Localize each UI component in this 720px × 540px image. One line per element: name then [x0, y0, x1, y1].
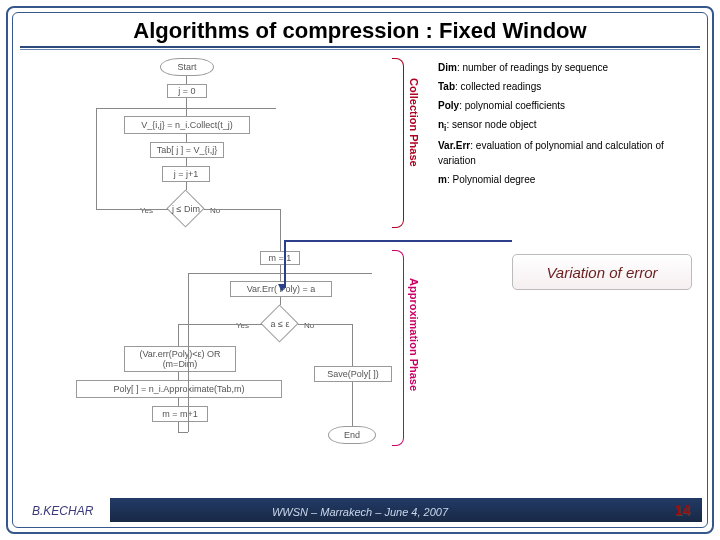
conference-label: WWSN – Marrakech – June 4, 2007	[0, 506, 720, 518]
no-label: No	[304, 321, 314, 330]
arrow	[186, 158, 187, 166]
start-node: Start	[160, 58, 214, 76]
legend-tab: Tab: collected readings	[438, 79, 698, 94]
legend-m: m: Polynomial degree	[438, 172, 698, 187]
legend-ni: ni: sensor node object	[438, 117, 698, 134]
legend-varerr: Var.Err: evaluation of polynomial and ca…	[438, 138, 698, 168]
arrow	[186, 182, 187, 190]
legend-poly: Poly: polynomial coefficients	[438, 98, 698, 113]
j-test-node: j ≤ Dim	[167, 190, 205, 228]
no-label: No	[210, 206, 220, 215]
legend-dim: Dim: number of readings by sequence	[438, 60, 698, 75]
yes-label: Yes	[140, 206, 153, 215]
arrow	[186, 134, 187, 142]
arrow	[178, 372, 179, 380]
arrow	[280, 265, 281, 273]
j-init-node: j = 0	[167, 84, 207, 98]
m-init-node: m = 1	[260, 251, 300, 265]
collection-brace	[392, 58, 404, 228]
approx-phase-label: Approximation Phase	[408, 278, 420, 391]
collect-node: V_{i,j} = n_i.Collect(t_j)	[124, 116, 250, 134]
yes-label: Yes	[236, 321, 249, 330]
page-number: 14	[674, 502, 690, 518]
arrow	[178, 324, 262, 325]
arrow	[280, 209, 281, 251]
arrow	[178, 324, 179, 346]
j-inc-node: j = j+1	[162, 166, 210, 182]
legend: Dim: number of readings by sequence Tab:…	[438, 58, 698, 191]
callout-arrow	[284, 240, 286, 288]
arrow	[352, 324, 353, 366]
arrow	[352, 382, 353, 426]
arrow	[188, 273, 189, 432]
arrow	[186, 108, 187, 116]
slide-title: Algorithms of compression : Fixed Window	[0, 18, 720, 44]
flowchart: Start j = 0 V_{i,j} = n_i.Collect(t_j) T…	[32, 58, 392, 500]
a-test-node: a ≤ ε	[261, 305, 299, 343]
arrow	[204, 209, 280, 210]
arrow	[96, 209, 168, 210]
tab-assign-node: Tab[ j ] = V_{i,j}	[150, 142, 224, 158]
arrow	[186, 98, 187, 108]
break-cond-node: (Var.err(Poly)<ε) OR (m=Dim)	[124, 346, 236, 372]
save-node: Save(Poly[ ])	[314, 366, 392, 382]
title-underline-thin	[20, 49, 700, 50]
m-inc-node: m = m+1	[152, 406, 208, 422]
end-node: End	[328, 426, 376, 444]
approx-node: Poly[ ] = n_i.Approximate(Tab,m)	[76, 380, 282, 398]
arrow	[280, 297, 281, 305]
arrow	[186, 76, 187, 84]
variation-error-callout: Variation of error	[512, 254, 692, 290]
arrow	[178, 432, 188, 433]
approx-brace	[392, 250, 404, 446]
title-underline	[20, 46, 700, 48]
arrow	[298, 324, 352, 325]
callout-arrow-head	[278, 284, 286, 292]
callout-arrow	[284, 240, 512, 242]
arrow	[178, 398, 179, 406]
arrow	[178, 422, 179, 432]
arrow	[280, 273, 281, 281]
arrow	[96, 108, 97, 209]
collection-phase-label: Collection Phase	[408, 78, 420, 167]
